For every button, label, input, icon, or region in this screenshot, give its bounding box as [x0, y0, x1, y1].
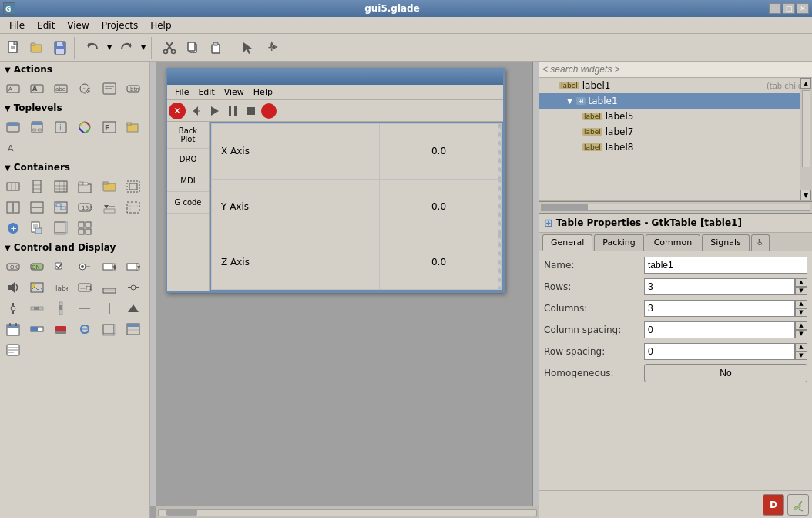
- widget-filechooser[interactable]: [123, 117, 143, 137]
- tree-vscrollbar[interactable]: ▲ ▼: [800, 78, 812, 200]
- cut-button[interactable]: [159, 37, 180, 59]
- widget-colorbutton[interactable]: [51, 319, 71, 339]
- prop-input-col-spacing[interactable]: [644, 321, 795, 338]
- tree-scroll-down[interactable]: ▼: [800, 190, 811, 200]
- preview-stop-button[interactable]: ✕: [169, 103, 186, 119]
- rows-spinner[interactable]: ▲ ▼: [795, 278, 807, 295]
- columns-spinner[interactable]: ▲ ▼: [795, 300, 807, 317]
- preview-menu-file[interactable]: File: [170, 86, 193, 98]
- widget-fixed[interactable]: [123, 197, 143, 217]
- paste-button[interactable]: [205, 37, 226, 59]
- preview-pause-button[interactable]: [224, 103, 241, 119]
- widget-fontsel[interactable]: F: [99, 117, 119, 137]
- widget-hscrollbar[interactable]: [27, 298, 47, 318]
- widget-hbox[interactable]: [3, 177, 23, 197]
- open-button[interactable]: [26, 37, 48, 59]
- preview-menu-view[interactable]: View: [220, 86, 249, 98]
- widget-about[interactable]: i: [51, 117, 71, 137]
- col-spacing-spin-down[interactable]: ▼: [795, 330, 807, 338]
- widget-text-view[interactable]: [99, 79, 119, 99]
- widget-dialog[interactable]: [27, 117, 47, 137]
- new-button[interactable]: [3, 37, 25, 59]
- row-spacing-spin-down[interactable]: ▼: [795, 352, 807, 360]
- menu-edit[interactable]: Edit: [31, 18, 61, 32]
- widget-hscale[interactable]: [123, 278, 143, 298]
- widget-check[interactable]: [51, 257, 71, 277]
- undo-button[interactable]: [82, 37, 103, 59]
- prop-input-name[interactable]: [644, 257, 807, 274]
- tree-item-table1[interactable]: ▼ ⊞ table1: [539, 93, 812, 109]
- prop-input-rows[interactable]: [644, 278, 795, 295]
- widget-scrolledwindow[interactable]: [51, 218, 71, 238]
- preview-stop-button2[interactable]: [243, 103, 260, 119]
- widget-radio[interactable]: ○A: [75, 79, 95, 99]
- widget-vpaned[interactable]: [27, 197, 47, 217]
- sidebar-gcode[interactable]: G code: [167, 192, 209, 214]
- widget-radio-ctrl[interactable]: [75, 257, 95, 277]
- widget-aspect[interactable]: 16:9: [75, 197, 95, 217]
- undo-dropdown[interactable]: ▼: [105, 37, 114, 59]
- widget-link[interactable]: [75, 319, 95, 339]
- widget-viewport[interactable]: [99, 319, 119, 339]
- canvas-hscrollbar[interactable]: [156, 506, 539, 518]
- prop-input-row-spacing[interactable]: [644, 343, 795, 360]
- maximize-button[interactable]: □: [783, 3, 795, 14]
- right-resize-handle[interactable]: [532, 62, 539, 506]
- tree-item-label1[interactable]: label label1 (tab child): [539, 78, 812, 93]
- search-input[interactable]: [542, 64, 809, 75]
- delete-button[interactable]: D: [763, 494, 784, 516]
- preview-back-button[interactable]: [187, 103, 204, 119]
- tree-hscroll-track[interactable]: [541, 204, 810, 211]
- rows-spin-down[interactable]: ▼: [795, 287, 807, 295]
- sidebar-dro[interactable]: DRO: [167, 149, 209, 170]
- widget-progress[interactable]: [27, 319, 47, 339]
- left-resize-handle[interactable]: [150, 62, 156, 506]
- widget-vscrollbar[interactable]: [51, 298, 71, 318]
- tree-item-label8[interactable]: label label8: [539, 140, 812, 155]
- widget-hseparator[interactable]: [75, 298, 95, 318]
- sidebar-mdi[interactable]: MDI: [167, 170, 209, 192]
- widget-a-label[interactable]: A: [3, 138, 23, 158]
- tree-hscrollbar[interactable]: [539, 201, 812, 214]
- menu-projects[interactable]: Projects: [96, 18, 144, 32]
- widget-arrow-ctrl[interactable]: [123, 298, 143, 318]
- widget-label-abc[interactable]: abc: [51, 79, 71, 99]
- preview-play-button[interactable]: [206, 103, 223, 119]
- preview-record-button[interactable]: [261, 103, 277, 119]
- canvas-hscroll-track[interactable]: [158, 509, 537, 516]
- section-containers[interactable]: ▼ Containers: [0, 160, 149, 175]
- tab-signals[interactable]: Signals: [702, 234, 750, 251]
- move-button[interactable]: ✛: [260, 37, 282, 59]
- menu-view[interactable]: View: [61, 18, 95, 32]
- widget-label-ctrl[interactable]: label: [51, 278, 71, 298]
- widget-file-text[interactable]: [27, 218, 47, 238]
- tab-accessibility[interactable]: ♿: [751, 234, 770, 251]
- preview-menu-help[interactable]: Help: [249, 86, 277, 98]
- widget-table[interactable]: [51, 177, 71, 197]
- copy-button[interactable]: [182, 37, 203, 59]
- widget-notebook[interactable]: [75, 177, 95, 197]
- section-control[interactable]: ▼ Control and Display: [0, 240, 149, 255]
- widget-iconview[interactable]: [75, 218, 95, 238]
- widget-spin[interactable]: ▲▼: [99, 257, 119, 277]
- widget-colorsel[interactable]: [75, 117, 95, 137]
- row-spacing-spin-up[interactable]: ▲: [795, 343, 807, 352]
- widget-folder[interactable]: [99, 177, 119, 197]
- section-toplevels[interactable]: ▼ Toplevels: [0, 100, 149, 116]
- widget-vscale[interactable]: [3, 298, 23, 318]
- widget-textedit[interactable]: [3, 340, 23, 360]
- tree-scroll-up[interactable]: ▲: [800, 78, 811, 89]
- minimize-button[interactable]: _: [769, 3, 781, 14]
- col-spacing-spinner[interactable]: ▲ ▼: [795, 321, 807, 338]
- tree-item-label7[interactable]: label label7: [539, 124, 812, 140]
- save-button[interactable]: [49, 37, 71, 59]
- widget-expander[interactable]: [99, 197, 119, 217]
- widget-accel[interactable]: —F1: [75, 278, 95, 298]
- widget-button-ctrl[interactable]: OK: [3, 257, 23, 277]
- select-button[interactable]: [237, 37, 259, 59]
- tab-common[interactable]: Common: [646, 234, 701, 251]
- tab-packing[interactable]: Packing: [594, 234, 643, 251]
- widget-label-a[interactable]: A: [3, 79, 23, 99]
- columns-spin-down[interactable]: ▼: [795, 308, 807, 317]
- widget-calendar[interactable]: [3, 319, 23, 339]
